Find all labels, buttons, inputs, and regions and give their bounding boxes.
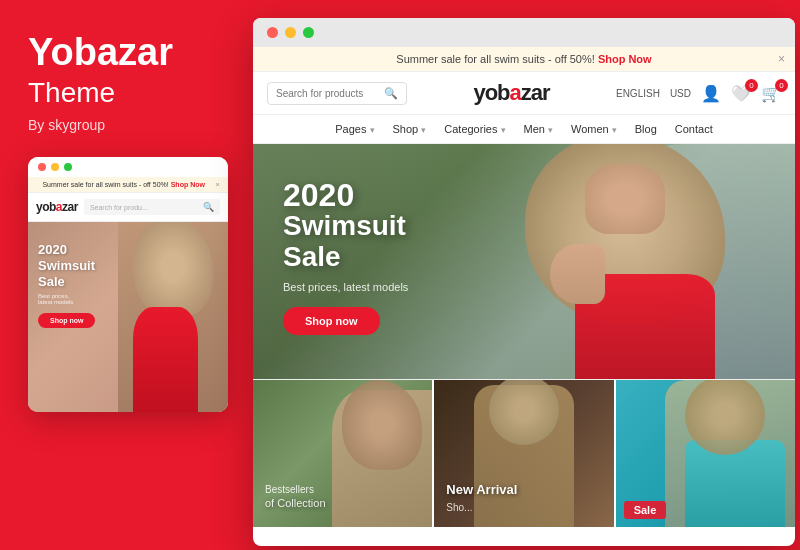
logo: yobazar (417, 80, 606, 106)
search-icon: 🔍 (384, 87, 398, 100)
hero-face (585, 164, 665, 234)
dot-green (303, 27, 314, 38)
mini-dot-red (38, 163, 46, 171)
nav-pages[interactable]: Pages ▾ (335, 123, 374, 135)
language-selector[interactable]: ENGLISH (616, 88, 660, 99)
left-panel: Yobazar Theme By skygroup Summer sale fo… (0, 0, 248, 550)
mini-hero-desc: Best prices,latest models (38, 293, 95, 305)
nav-categories-arrow: ▾ (501, 125, 506, 135)
mini-search-icon: 🔍 (203, 202, 214, 212)
cart-icon[interactable]: 🛒 0 (761, 84, 781, 103)
nav-right: ENGLISH USD 👤 🤍 0 🛒 0 (616, 84, 781, 103)
top-banner-close[interactable]: × (778, 52, 785, 66)
nav-women-arrow: ▾ (612, 125, 617, 135)
hero-content: 2020 Swimsuit Sale Best prices, latest m… (283, 179, 408, 335)
mini-hero-content: 2020 Swimsuit Sale Best prices,latest mo… (38, 242, 95, 328)
hero-woman-container (495, 144, 775, 379)
card-bestsellers[interactable]: Bestsellers of Collection (253, 380, 432, 527)
nav-categories[interactable]: Categories ▾ (444, 123, 505, 135)
right-browser: Summer sale for all swim suits - off 50%… (253, 18, 795, 546)
mini-search-box[interactable]: Search for produ... 🔍 (84, 199, 220, 215)
top-banner-shopnow[interactable]: Shop Now (598, 53, 652, 65)
hero-title: Swimsuit (283, 211, 408, 242)
card-new-arrival[interactable]: New Arrival Sho... (432, 380, 613, 527)
wishlist-badge: 0 (745, 79, 758, 92)
user-icon[interactable]: 👤 (701, 84, 721, 103)
mini-header: yobazar Search for produ... 🔍 (28, 193, 228, 222)
mini-hero-year: 2020 (38, 242, 95, 258)
mini-banner-text: Summer sale for all swim suits - off 50%… (36, 181, 211, 188)
card-sale[interactable]: Sale (614, 380, 795, 527)
mini-dot-yellow (51, 163, 59, 171)
hero-shop-button[interactable]: Shop now (283, 307, 380, 335)
mini-hero-woman-dress (133, 307, 198, 412)
dot-red (267, 27, 278, 38)
logo-accent: a (510, 80, 521, 105)
card2-sublabel: Sho... (446, 502, 472, 513)
nav-pages-arrow: ▾ (370, 125, 375, 135)
nav-contact[interactable]: Contact (675, 123, 713, 135)
main-nav: Pages ▾ Shop ▾ Categories ▾ Men ▾ Women … (253, 115, 795, 144)
hero-year: 2020 (283, 179, 408, 211)
nav-blog[interactable]: Blog (635, 123, 657, 135)
brand-title: Yobazar (28, 32, 173, 74)
nav-shop[interactable]: Shop ▾ (393, 123, 427, 135)
card3-sale-label: Sale (624, 501, 667, 519)
mini-dot-green (64, 163, 72, 171)
brand-by: By skygroup (28, 117, 105, 133)
top-banner: Summer sale for all swim suits - off 50%… (253, 47, 795, 72)
mini-banner-shopnow[interactable]: Shop Now (171, 181, 205, 188)
mini-hero: 2020 Swimsuit Sale Best prices,latest mo… (28, 222, 228, 412)
mini-hero-woman-hair (133, 222, 213, 317)
card1-sublabel: of Collection (265, 497, 326, 509)
mini-logo: yobazar (36, 200, 78, 214)
brand-subtitle: Theme (28, 76, 115, 110)
hero-section: 2020 Swimsuit Sale Best prices, latest m… (253, 144, 795, 379)
mini-browser-mockup: Summer sale for all swim suits - off 50%… (28, 157, 228, 412)
titlebar (253, 18, 795, 47)
nav-women[interactable]: Women ▾ (571, 123, 617, 135)
card1-top-label: Bestsellers (265, 484, 314, 495)
mini-titlebar (28, 157, 228, 177)
bottom-cards: Bestsellers of Collection New Arrival Sh… (253, 379, 795, 527)
mini-search-placeholder: Search for produ... (90, 204, 148, 211)
hero-title2: Sale (283, 242, 408, 273)
top-banner-text: Summer sale for all swim suits - off 50%… (396, 53, 594, 65)
search-box[interactable]: 🔍 (267, 82, 407, 105)
card1-label: of Collection (265, 497, 326, 511)
mini-hero-title: Swimsuit (38, 258, 95, 274)
cart-badge: 0 (775, 79, 788, 92)
nav-shop-arrow: ▾ (421, 125, 426, 135)
search-input[interactable] (276, 88, 379, 99)
wishlist-icon[interactable]: 🤍 0 (731, 84, 751, 103)
nav-men-arrow: ▾ (548, 125, 553, 135)
dot-yellow (285, 27, 296, 38)
hero-left-shoulder (550, 244, 605, 304)
mini-banner-close[interactable]: × (215, 180, 220, 189)
nav-top: 🔍 yobazar ENGLISH USD 👤 🤍 0 🛒 0 (253, 72, 795, 115)
mini-hero-title2: Sale (38, 274, 95, 290)
nav-men[interactable]: Men ▾ (524, 123, 553, 135)
card2-label: New Arrival (446, 482, 517, 497)
currency-selector[interactable]: USD (670, 88, 691, 99)
mini-shop-button[interactable]: Shop now (38, 313, 95, 328)
hero-desc: Best prices, latest models (283, 281, 408, 293)
mini-banner: Summer sale for all swim suits - off 50%… (28, 177, 228, 193)
